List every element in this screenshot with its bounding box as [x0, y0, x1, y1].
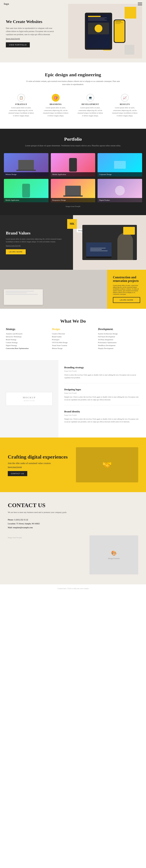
logo: logo [4, 2, 9, 5]
crafting-cta-button[interactable]: CONTACT US [8, 471, 27, 476]
feature-results: 📈 RESULTS Lorem ipsum dolor sit amet, co… [110, 92, 140, 119]
portfolio-item-2[interactable]: Mobile Application [51, 153, 96, 177]
contact-image-credit[interactable]: Image from Freepik [8, 536, 22, 538]
crafting-section: Crafting digital experiences Join the el… [0, 437, 146, 492]
decorative-square-3 [124, 45, 134, 55]
service-entry-logos: Designing logos Image from Freepik Simpl… [64, 388, 140, 405]
branding-icon: 🎯 [52, 94, 60, 102]
what-prototypes[interactable]: Prototypes [52, 339, 94, 341]
location-value: 75 Street, Sample, WI 43025 [16, 523, 40, 525]
feature-development-desc: Lorem ipsum dolor sit amet, consectetur … [77, 106, 104, 117]
what-fullstack[interactable]: Full Stack Development [98, 336, 140, 338]
design-heading: Design. [52, 328, 94, 331]
construction-desc: Lorem ipsum dolor sit amet, consectetur … [113, 285, 140, 295]
results-icon: 📈 [121, 94, 129, 102]
what-brand-guides[interactable]: Brand Guides [52, 336, 94, 338]
strategy-icon: 📋 [17, 94, 25, 102]
mk-badge: MK [67, 219, 77, 229]
feature-development: 💻 DEVELOPMENT Lorem ipsum dolor sit amet… [75, 92, 106, 119]
portfolio-label-2: Mobile Application [51, 172, 96, 177]
hero-description: Duis aute irure dolor in reprehenderit i… [6, 27, 57, 36]
contact-title: CONTACT US [8, 502, 138, 508]
what-cro[interactable]: Conversion Rate Optimisation [6, 347, 48, 349]
what-creative-direction[interactable]: Creative Direction [52, 333, 94, 335]
crafting-title: Crafting digital experiences [8, 454, 70, 460]
what-brand-strategy[interactable]: Brand Strategy [6, 339, 48, 341]
portfolio-item-4[interactable]: Mobile Application [4, 179, 48, 202]
desk-laptop [86, 243, 112, 258]
what-motion[interactable]: Motion Design [52, 347, 94, 349]
phone-value: 1 (315) 252 15 22 [14, 519, 28, 521]
contact-bottom-text: Image from Freepik [8, 535, 86, 575]
portfolio-item-3[interactable]: Corporate Design [98, 153, 142, 177]
phone-label: Phone: [8, 519, 14, 521]
portfolio-item-1[interactable]: Website Design [4, 153, 48, 177]
what-wordpress[interactable]: WordPress Development [98, 344, 140, 346]
construction-title: Construction and renovation projects [113, 276, 140, 283]
what-grid: Strategy. Analytics and Research Interac… [6, 328, 140, 350]
contact-bottom: Image from Freepik 🎨 Design Portfolio [8, 535, 138, 575]
portfolio-label-3: Corporate Design [98, 172, 142, 177]
what-shopify[interactable]: Shopify Development [98, 347, 140, 349]
service-logos-text: Simple text. Click to select the text bo… [64, 396, 140, 401]
construction-cta-button[interactable]: LEARN MORE [113, 297, 140, 303]
mockup-title: MOCKUP [10, 396, 48, 399]
portfolio-credit[interactable]: Images from Freepik [4, 206, 142, 207]
what-uiux[interactable]: UI/UX & Web Design [52, 342, 94, 343]
services-mockup-area: MOCKUP READY TO USE [0, 360, 59, 437]
brand-cta-button[interactable]: LEARN MORE [6, 249, 26, 254]
what-digital-strategy[interactable]: Digital Strategy [6, 344, 48, 346]
what-col-strategy: Strategy. Analytics and Research Interac… [6, 328, 48, 350]
feature-branding-desc: Lorem ipsum dolor sit amet, consectetur … [42, 106, 69, 117]
epic-section: Epic design and engineering Ut enim ad m… [0, 62, 146, 129]
decorative-square-1 [124, 7, 136, 19]
brand-description: Lorem ipsum dolor sit amet, consectetur … [6, 238, 67, 243]
portfolio-section: Portfolio Lorem quisque id diam vel quam… [0, 129, 146, 215]
what-visual-assets[interactable]: Visual Asset Creation [52, 344, 94, 346]
crafting-image-credit[interactable]: Image from Freepik [8, 466, 70, 468]
features-grid: 📋 STRATEGY Lorem ipsum dolor sit amet, c… [6, 92, 140, 119]
mockup-box: MOCKUP READY TO USE [6, 392, 52, 406]
yellow-accent [123, 227, 135, 235]
what-col-design: Design. Creative Direction Brand Guides … [52, 328, 94, 350]
service-entry-branding: Branding strategy Image from Freepik Cli… [64, 366, 140, 383]
service-identity-label[interactable]: Image from Freepik [64, 414, 140, 416]
menu-button[interactable] [138, 3, 142, 5]
services-entries: Branding strategy Image from Freepik Cli… [59, 360, 146, 437]
portfolio-label-6: Digital Product [98, 198, 142, 202]
laptop-icon-1 [18, 160, 34, 170]
what-title: What We Do [6, 318, 140, 324]
epic-title: Epic design and engineering [6, 72, 140, 78]
phone-mockup [114, 20, 125, 43]
service-logos-title: Designing logos [64, 388, 140, 391]
brand-image-credit[interactable]: Images from Freepik [6, 245, 67, 247]
feature-branding-label: BRANDING [42, 103, 69, 105]
feature-results-label: RESULTS [112, 103, 138, 105]
contact-section: CONTACT US We are here to meet any busin… [0, 492, 146, 584]
contact-location: Location: 75 Street, Sample, WI 43025 [8, 522, 138, 526]
hero-section: We Create Websites Duis aute irure dolor… [0, 0, 146, 62]
crafting-content: Crafting digital experiences Join the el… [8, 454, 70, 476]
what-performance[interactable]: Performance Optimisation [98, 342, 140, 343]
hero-image-credit[interactable]: Image from Freepik [6, 38, 57, 40]
what-content-strategy[interactable]: Content Strategy [6, 342, 48, 343]
portfolio-item-6[interactable]: Digital Product [98, 179, 142, 202]
service-logos-label[interactable]: Image from Freepik [64, 392, 140, 394]
what-3rd-party[interactable]: 3rd Party Integrations [98, 339, 140, 341]
desk-photo-strip: Construction and renovation projects Lor… [0, 270, 146, 309]
service-branding-label[interactable]: Image from Freepik [64, 370, 140, 372]
service-branding-text: Click to select the text box Click again… [64, 374, 140, 379]
email-value[interactable]: template@example.com [13, 526, 33, 529]
view-portfolio-button[interactable]: VIEW PORTFOLIO [6, 42, 30, 48]
feature-branding: 🎯 BRANDING Lorem ipsum dolor sit amet, c… [40, 92, 71, 119]
portfolio-title: Portfolio [4, 136, 142, 142]
what-architecture[interactable]: System Architecture Design [98, 333, 140, 335]
tablet-mockup [85, 13, 112, 50]
contact-info: Phone: 1 (315) 252 15 22 Location: 75 St… [8, 518, 138, 530]
what-workshops[interactable]: Interactive Workshops [6, 336, 48, 338]
feature-development-label: DEVELOPMENT [77, 103, 104, 105]
contact-image-area: 🎨 Design Portfolio [89, 535, 138, 575]
what-analytics[interactable]: Analytics and Research [6, 333, 48, 335]
portfolio-item-5[interactable]: Responsive Design [51, 179, 96, 202]
crafting-image: 🤝 [76, 447, 138, 483]
